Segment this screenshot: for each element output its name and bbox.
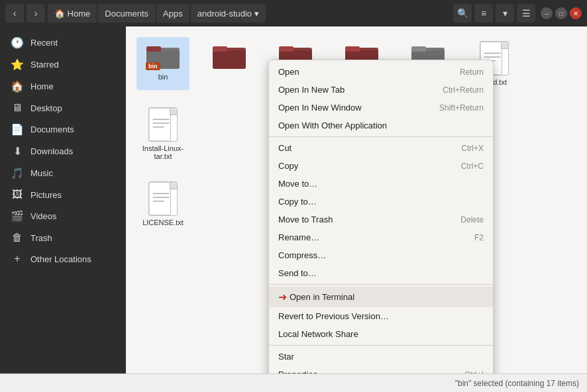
- context-menu-send-to-label: Send to…: [278, 268, 317, 278]
- context-menu-open-terminal-label: Open in Terminal: [290, 292, 354, 302]
- context-menu-local-network[interactable]: Local Network Share: [269, 325, 493, 343]
- context-menu-open-shortcut: Return: [460, 68, 484, 77]
- context-menu-rename-label: Rename…: [278, 232, 319, 242]
- context-menu-star-label: Star: [278, 352, 294, 362]
- context-menu: Open Return Open In New Tab Ctrl+Return …: [268, 60, 494, 373]
- videos-icon: 🎬: [11, 210, 24, 222]
- sidebar-label-music: Music: [30, 168, 53, 178]
- context-menu-move-to[interactable]: Move to…: [269, 175, 493, 193]
- sidebar-item-desktop[interactable]: 🖥 Desktop: [0, 97, 126, 119]
- context-menu-copy-shortcut: Ctrl+C: [461, 162, 484, 171]
- pictures-icon: 🖼: [11, 189, 24, 201]
- context-menu-properties-shortcut: Ctrl+I: [464, 370, 484, 374]
- maximize-button[interactable]: □: [555, 7, 567, 19]
- downloads-icon: ⬇: [11, 145, 24, 158]
- sidebar-item-pictures[interactable]: 🖼 Pictures: [0, 184, 126, 205]
- music-icon: 🎵: [11, 167, 24, 179]
- nav-back-button[interactable]: ‹: [5, 4, 24, 23]
- breadcrumb-android-studio[interactable]: android-studio ▾: [191, 4, 266, 23]
- desktop-icon: 🖥: [11, 102, 24, 114]
- sidebar-item-recent[interactable]: 🕐 Recent: [0, 32, 126, 54]
- context-menu-star[interactable]: Star: [269, 348, 493, 366]
- home-icon: 🏠: [11, 80, 24, 93]
- documents-icon: 📄: [11, 123, 24, 136]
- breadcrumb-apps[interactable]: Apps: [156, 4, 189, 23]
- context-menu-cut[interactable]: Cut Ctrl+X: [269, 139, 493, 157]
- context-menu-cut-shortcut: Ctrl+X: [461, 144, 484, 153]
- context-menu-open-new-tab[interactable]: Open In New Tab Ctrl+Return: [269, 81, 493, 99]
- breadcrumb-documents[interactable]: Documents: [98, 4, 155, 23]
- other-locations-icon: +: [11, 253, 24, 265]
- menu-button[interactable]: ☰: [517, 4, 535, 23]
- sidebar-label-trash: Trash: [30, 233, 52, 243]
- separator-1: [269, 136, 493, 137]
- statusbar-text: "bin" selected (containing 17 items): [455, 379, 579, 388]
- separator-3: [269, 345, 493, 346]
- sidebar-item-home[interactable]: 🏠 Home: [0, 75, 126, 97]
- starred-icon: ⭐: [11, 58, 24, 71]
- sidebar-label-desktop: Desktop: [30, 103, 62, 113]
- sidebar-label-pictures: Pictures: [30, 190, 62, 200]
- context-menu-compress-label: Compress…: [278, 250, 326, 260]
- sidebar-label-downloads: Downloads: [30, 146, 73, 156]
- context-menu-send-to[interactable]: Send to…: [269, 264, 493, 282]
- context-menu-open-new-tab-label: Open In New Tab: [278, 85, 345, 95]
- context-menu-revert-label: Revert to Previous Version…: [278, 311, 389, 321]
- context-menu-open-new-window[interactable]: Open In New Window Shift+Return: [269, 99, 493, 117]
- sidebar-label-recent: Recent: [30, 38, 58, 48]
- context-menu-open-label: Open: [278, 67, 299, 77]
- context-menu-properties-label: Properties: [278, 369, 317, 373]
- breadcrumb-bar: 🏠 Home Documents Apps android-studio ▾: [48, 4, 451, 23]
- statusbar: "bin" selected (containing 17 items): [0, 373, 587, 392]
- context-menu-open-terminal-label-wrapper: ➜ Open in Terminal: [278, 291, 354, 303]
- context-menu-rename[interactable]: Rename… F2: [269, 228, 493, 246]
- main-content: 🕐 Recent ⭐ Starred 🏠 Home 🖥 Desktop 📄 Do…: [0, 26, 587, 373]
- sidebar-item-other-locations[interactable]: + Other Locations: [0, 248, 126, 270]
- context-menu-open[interactable]: Open Return: [269, 63, 493, 81]
- context-menu-cut-label: Cut: [278, 143, 292, 153]
- context-menu-open-new-window-label: Open In New Window: [278, 103, 362, 113]
- context-menu-properties[interactable]: Properties Ctrl+I: [269, 366, 493, 373]
- context-menu-move-trash-label: Move to Trash: [278, 215, 333, 224]
- sidebar-label-videos: Videos: [30, 211, 57, 221]
- sidebar-label-other-locations: Other Locations: [30, 254, 91, 264]
- recent-icon: 🕐: [11, 36, 24, 49]
- titlebar-actions: 🔍 ≡ ▾ ☰: [453, 4, 535, 23]
- sidebar-label-starred: Starred: [30, 60, 59, 70]
- search-button[interactable]: 🔍: [453, 4, 472, 23]
- context-menu-revert[interactable]: Revert to Previous Version…: [269, 307, 493, 325]
- context-menu-copy-to-label: Copy to…: [278, 197, 317, 207]
- sidebar-item-videos[interactable]: 🎬 Videos: [0, 205, 126, 227]
- context-menu-move-trash-shortcut: Delete: [460, 215, 484, 224]
- sidebar-label-documents: Documents: [30, 124, 74, 134]
- context-menu-local-network-label: Local Network Share: [278, 329, 358, 339]
- window-controls: – □ ✕: [541, 7, 582, 19]
- sidebar-label-home: Home: [30, 81, 54, 91]
- separator-2: [269, 284, 493, 285]
- context-menu-move-to-label: Move to…: [278, 179, 317, 189]
- sidebar-item-music[interactable]: 🎵 Music: [0, 162, 126, 184]
- context-menu-overlay: Open Return Open In New Tab Ctrl+Return …: [126, 26, 587, 373]
- context-menu-copy-label: Copy: [278, 161, 298, 171]
- context-menu-open-with[interactable]: Open With Other Application: [269, 117, 493, 134]
- context-menu-open-new-window-shortcut: Shift+Return: [439, 103, 484, 113]
- context-menu-move-trash[interactable]: Move to Trash Delete: [269, 211, 493, 228]
- context-menu-open-new-tab-shortcut: Ctrl+Return: [443, 85, 484, 95]
- sidebar-item-documents[interactable]: 📄 Documents: [0, 119, 126, 140]
- breadcrumb-home[interactable]: 🏠 Home: [48, 4, 97, 23]
- context-menu-open-with-label: Open With Other Application: [278, 121, 387, 130]
- context-menu-copy-to[interactable]: Copy to…: [269, 193, 493, 211]
- context-menu-copy[interactable]: Copy Ctrl+C: [269, 157, 493, 175]
- trash-icon: 🗑: [11, 232, 24, 244]
- close-button[interactable]: ✕: [570, 7, 582, 19]
- sidebar-item-trash[interactable]: 🗑 Trash: [0, 227, 126, 248]
- list-view-button[interactable]: ≡: [474, 4, 493, 23]
- context-menu-compress[interactable]: Compress…: [269, 246, 493, 264]
- sidebar-item-starred[interactable]: ⭐ Starred: [0, 54, 126, 75]
- context-menu-open-terminal[interactable]: ➜ Open in Terminal: [269, 287, 493, 307]
- view-options-button[interactable]: ▾: [496, 4, 514, 23]
- arrow-icon: ➜: [278, 291, 287, 303]
- nav-forward-button[interactable]: ›: [27, 4, 45, 23]
- sidebar-item-downloads[interactable]: ⬇ Downloads: [0, 140, 126, 162]
- minimize-button[interactable]: –: [541, 7, 553, 19]
